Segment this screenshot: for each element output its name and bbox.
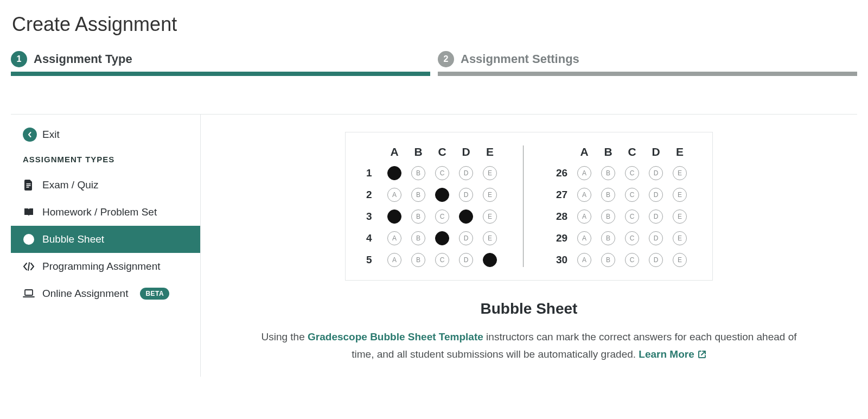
bubble-empty: B	[601, 253, 615, 267]
bubble-empty: A	[387, 188, 401, 202]
chevron-left-icon	[23, 128, 37, 142]
sheet-header: ABCDE	[556, 145, 692, 158]
step-progress-bar	[11, 72, 430, 76]
sidebar-item-bubble-sheet[interactable]: A Bubble Sheet	[11, 226, 200, 253]
bubble-empty: D	[649, 210, 663, 224]
bubble-empty: B	[411, 253, 425, 267]
bubble-empty: B	[601, 166, 615, 180]
bubble-empty: D	[649, 253, 663, 267]
bubble-empty: D	[459, 166, 473, 180]
sheet-row: 29ABCDE	[556, 231, 692, 245]
sheet-row: 1ABCDE	[366, 166, 502, 180]
bubble-empty: B	[411, 210, 425, 224]
bubble-empty: C	[625, 210, 639, 224]
sidebar: Exit ASSIGNMENT TYPES Exam / Quiz Homewo…	[11, 115, 201, 377]
sheet-row: 2ABCDE	[366, 188, 502, 202]
bubble-empty: E	[673, 231, 687, 245]
bubble-empty: D	[459, 188, 473, 202]
bubble-empty: E	[483, 188, 497, 202]
sidebar-item-label: Homework / Problem Set	[42, 206, 157, 218]
sidebar-item-exam-quiz[interactable]: Exam / Quiz	[11, 172, 200, 199]
detail-title: Bubble Sheet	[481, 300, 578, 318]
bubble-empty: B	[601, 210, 615, 224]
sidebar-item-homework[interactable]: Homework / Problem Set	[11, 199, 200, 226]
bubble-empty: A	[387, 253, 401, 267]
bubble-empty: A	[577, 231, 591, 245]
step-assignment-type[interactable]: 1 Assignment Type	[11, 51, 430, 76]
bubble-empty: A	[387, 231, 401, 245]
step-progress-bar	[438, 72, 857, 76]
step-assignment-settings[interactable]: 2 Assignment Settings	[438, 51, 857, 76]
column-letter: B	[406, 145, 430, 158]
bubble-empty: A	[577, 166, 591, 180]
step-label: Assignment Settings	[461, 52, 579, 66]
sidebar-item-label: Online Assignment	[42, 288, 128, 300]
laptop-icon	[23, 289, 35, 298]
sheet-header: ABCDE	[366, 145, 502, 158]
template-link[interactable]: Gradescope Bubble Sheet Template	[308, 331, 483, 342]
svg-rect-3	[25, 290, 33, 295]
sheet-row: 4ABCDE	[366, 231, 502, 245]
sidebar-item-label: Bubble Sheet	[42, 233, 104, 245]
step-label: Assignment Type	[34, 52, 132, 66]
row-number: 5	[366, 254, 382, 266]
bubble-empty: E	[673, 253, 687, 267]
sheet-row: 27ABCDE	[556, 188, 692, 202]
row-number: 27	[556, 189, 572, 201]
detail-description: Using the Gradescope Bubble Sheet Templa…	[258, 328, 800, 364]
beta-badge: BETA	[140, 288, 169, 300]
bubble-filled: A	[387, 210, 401, 224]
sidebar-heading: ASSIGNMENT TYPES	[23, 155, 200, 164]
exit-button[interactable]: Exit	[23, 128, 200, 142]
svg-rect-2	[27, 187, 29, 188]
sheet-row: 3ABCDE	[366, 210, 502, 224]
bubble-empty: A	[577, 188, 591, 202]
bubble-filled: E	[483, 253, 497, 267]
bubble-empty: E	[673, 166, 687, 180]
bubble-empty: B	[411, 166, 425, 180]
bubble-sheet-preview: ABCDE1ABCDE2ABCDE3ABCDE4ABCDE5ABCDE ABCD…	[345, 132, 713, 281]
sheet-row: 5ABCDE	[366, 253, 502, 267]
bubble-empty: E	[673, 188, 687, 202]
step-number-badge: 2	[438, 51, 454, 67]
learn-more-link[interactable]: Learn More	[639, 346, 706, 363]
row-number: 4	[366, 232, 382, 244]
bubble-empty: E	[483, 231, 497, 245]
external-link-icon	[698, 350, 706, 359]
column-letter: D	[644, 145, 668, 158]
bubble-filled: D	[459, 210, 473, 224]
bubble-empty: E	[483, 166, 497, 180]
sidebar-item-programming[interactable]: Programming Assignment	[11, 253, 200, 280]
code-icon	[23, 262, 35, 271]
column-letter: A	[382, 145, 406, 158]
bubble-empty: C	[625, 231, 639, 245]
column-letter: A	[572, 145, 596, 158]
column-letter: D	[454, 145, 478, 158]
svg-rect-0	[27, 183, 31, 185]
column-letter: C	[620, 145, 644, 158]
bubble-empty: D	[649, 231, 663, 245]
bubble-empty: E	[673, 210, 687, 224]
row-number: 1	[366, 167, 382, 179]
bubble-empty: C	[625, 188, 639, 202]
bubble-empty: A	[577, 253, 591, 267]
bubble-empty: E	[483, 210, 497, 224]
column-letter: B	[596, 145, 620, 158]
bubble-empty: C	[435, 210, 449, 224]
sheet-row: 30ABCDE	[556, 253, 692, 267]
column-letter: C	[430, 145, 454, 158]
bubble-filled: C	[435, 188, 449, 202]
row-number: 2	[366, 189, 382, 201]
document-icon	[23, 180, 35, 191]
column-letter: E	[668, 145, 692, 158]
book-icon	[23, 207, 35, 217]
stepper: 1 Assignment Type 2 Assignment Settings	[11, 51, 857, 76]
row-number: 3	[366, 211, 382, 223]
bubble-empty: B	[601, 231, 615, 245]
sidebar-item-online-assignment[interactable]: Online Assignment BETA	[11, 280, 200, 307]
bubble-empty: B	[411, 231, 425, 245]
bubble-empty: B	[601, 188, 615, 202]
row-number: 26	[556, 167, 572, 179]
bubble-empty: C	[625, 166, 639, 180]
bubble-empty: D	[649, 166, 663, 180]
